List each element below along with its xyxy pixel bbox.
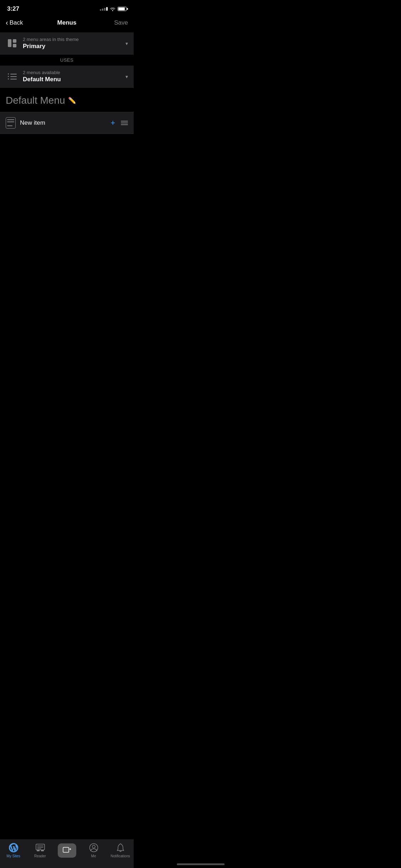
layout-grid-icon [6, 37, 19, 50]
edit-pencil-icon[interactable]: ✏️ [68, 97, 76, 104]
available-menu-subtitle: 2 menus available [23, 70, 121, 75]
chevron-down-icon: ▾ [125, 41, 128, 46]
new-item-actions: + [110, 118, 128, 128]
menu-area-section: 2 menu areas in this theme Primary ▾ [0, 32, 134, 55]
battery-icon [118, 7, 127, 11]
page-title: Menus [57, 19, 77, 26]
status-icons [100, 7, 127, 11]
uses-label: USES [0, 55, 134, 66]
new-item-label: New item [20, 119, 106, 126]
save-button[interactable]: Save [114, 19, 128, 26]
back-chevron-icon: ‹ [6, 19, 8, 27]
default-menu-heading: Default Menu ✏️ [0, 88, 134, 112]
menu-area-title: Primary [23, 43, 121, 50]
available-menu-title: Default Menu [23, 76, 121, 83]
status-time: 3:27 [7, 5, 19, 12]
back-button[interactable]: ‹ Back [6, 19, 23, 27]
available-menu-text: 2 menus available Default Menu [23, 70, 121, 83]
list-menu-icon [6, 70, 19, 83]
menu-area-row[interactable]: 2 menu areas in this theme Primary ▾ [0, 32, 134, 54]
menu-area-subtitle: 2 menu areas in this theme [23, 37, 121, 42]
available-menu-row[interactable]: 2 menus available Default Menu ▾ [0, 66, 134, 88]
new-item-row: New item + [0, 112, 134, 134]
new-item-doc-icon [6, 117, 16, 129]
back-label: Back [10, 19, 23, 26]
status-bar: 3:27 [0, 0, 134, 16]
menu-area-text: 2 menu areas in this theme Primary [23, 37, 121, 50]
available-menu-chevron-icon: ▾ [125, 74, 128, 79]
content-area [0, 134, 134, 312]
default-menu-title: Default Menu ✏️ [6, 95, 128, 106]
wifi-icon [110, 7, 115, 11]
signal-icon [100, 7, 108, 11]
reorder-icon[interactable] [121, 121, 128, 125]
add-item-button[interactable]: + [110, 118, 115, 128]
nav-bar: ‹ Back Menus Save [0, 16, 134, 32]
